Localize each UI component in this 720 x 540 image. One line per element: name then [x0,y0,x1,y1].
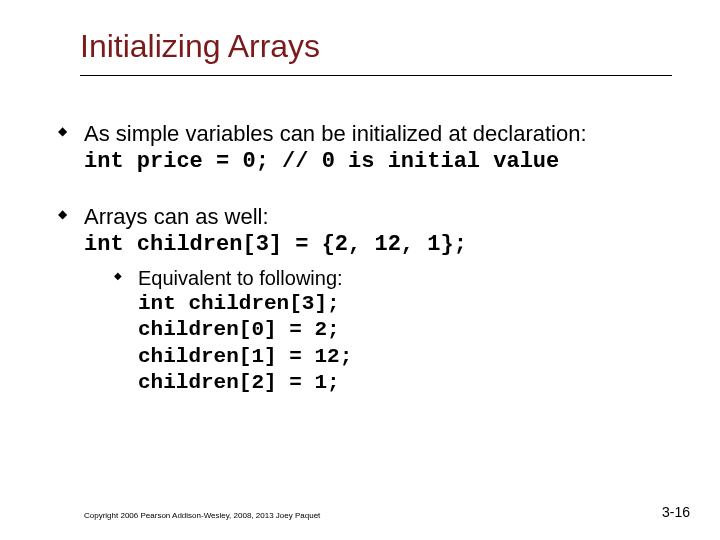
copyright-text: Copyright 2006 Pearson Addison-Wesley, 2… [84,511,320,520]
sub-code-4: children[2] = 1; [138,370,672,396]
sub-code-1: int children[3]; [138,291,672,317]
sub-code-2: children[0] = 2; [138,317,672,343]
bullet-1-text: As simple variables can be initialized a… [84,120,672,148]
slide-title: Initializing Arrays [80,28,672,76]
bullet-1: As simple variables can be initialized a… [84,120,672,175]
sub-bullet: Equivalent to following: int children[3]… [138,266,672,396]
bullet-2-code: int children[3] = {2, 12, 1}; [84,231,672,259]
page-number: 3-16 [662,504,690,520]
bullet-2-text: Arrays can as well: [84,203,672,231]
sub-code-3: children[1] = 12; [138,344,672,370]
slide: Initializing Arrays As simple variables … [0,0,720,540]
bullet-2: Arrays can as well: int children[3] = {2… [84,203,672,396]
sub-bullet-text: Equivalent to following: [138,266,672,291]
bullet-1-code: int price = 0; // 0 is initial value [84,148,672,176]
